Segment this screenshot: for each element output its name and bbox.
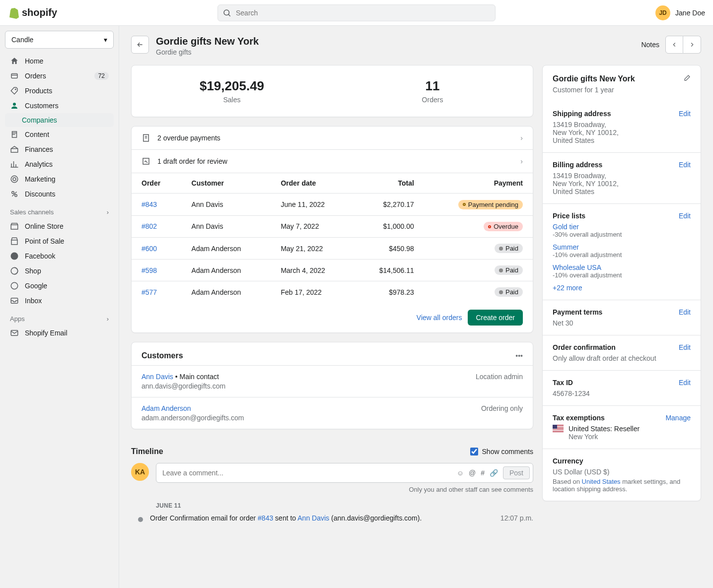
order-confirmation-value: Only allow draft order at checkout [553,354,691,362]
shopify-logo[interactable]: shopify [8,7,57,19]
customer-row: Ann Davis • Main contact ann.davis@gordi… [132,365,533,397]
us-flag-icon [553,425,564,432]
currency-market-link[interactable]: United States [582,478,621,485]
alert-draft[interactable]: 1 draft order for review › [132,150,533,173]
pricelists-more-link[interactable]: +22 more [553,284,582,292]
pricelist-link[interactable]: Summer [553,243,579,251]
more-icon[interactable]: ••• [515,352,523,360]
order-total: $978.23 [354,281,424,303]
nav-content[interactable]: Content [5,127,114,142]
edit-payment-terms-link[interactable]: Edit [679,308,691,316]
currency-value: US Dollar (USD $) [553,468,691,476]
pricelist-item: Summer-10% overall adjustment [553,243,691,259]
payment-status-badge: Paid [495,265,523,275]
timeline-order-link[interactable]: #843 [258,514,273,522]
table-row: #577 Adam Anderson Feb 17, 2022 $978.23 … [132,281,533,303]
nav-discounts[interactable]: Discounts [5,187,114,201]
svg-point-3 [15,89,16,90]
stat-value: $19,205.49 [132,78,332,94]
nav-pos[interactable]: Point of Sale [5,234,114,249]
search-input[interactable] [217,4,496,21]
nav-label: Shopify Email [25,329,68,337]
order-date: May 7, 2022 [271,215,354,238]
chevron-right-icon[interactable]: › [107,208,109,216]
back-button[interactable] [131,36,149,54]
order-link[interactable]: #598 [142,266,157,274]
exemption-sub: New York [569,433,640,441]
view-all-orders-link[interactable]: View all orders [417,314,462,322]
table-row: #600 Adam Anderson May 21, 2022 $450.98 … [132,238,533,260]
nav-label: Home [25,57,43,65]
nav-shop[interactable]: Shop [5,263,114,278]
exemption-value: United States: Reseller [569,425,640,433]
nav-label: Orders [25,72,46,80]
order-customer: Adam Anderson [182,281,271,303]
pricelists-heading: Price lists [553,212,585,220]
svg-line-1 [228,14,230,16]
payment-terms-heading: Payment terms [553,308,602,316]
timeline-customer-link[interactable]: Ann Davis [297,514,329,522]
post-button[interactable]: Post [503,466,530,479]
nav-products[interactable]: Products [5,83,114,98]
pricelist-item: Wholesale USA-10% overall adjustment [553,263,691,279]
orders-badge: 72 [94,72,109,80]
show-comments-checkbox[interactable] [470,448,478,456]
nav-marketing[interactable]: Marketing [5,172,114,187]
order-link[interactable]: #843 [142,200,157,208]
nav-google[interactable]: Google [5,278,114,293]
edit-tax-id-link[interactable]: Edit [679,379,691,387]
nav-inbox[interactable]: Inbox [5,293,114,308]
manage-exemptions-link[interactable]: Manage [665,414,691,422]
hashtag-icon[interactable]: # [481,469,485,477]
notes-link[interactable]: Notes [641,41,659,49]
show-comments-toggle[interactable]: Show comments [470,448,533,456]
table-row: #843 Ann Davis June 11, 2022 $2,270.17 P… [132,194,533,216]
nav-companies[interactable]: Companies [5,113,114,127]
nav-online-store[interactable]: Online Store [5,219,114,234]
customer-link[interactable]: Ann Davis [142,373,173,381]
svg-point-0 [224,10,229,15]
orders-table: Order Customer Order date Total Payment … [132,173,533,303]
pricelist-link[interactable]: Gold tier [553,223,579,231]
chevron-right-icon[interactable]: › [107,315,109,323]
svg-point-12 [11,282,18,289]
customer-link[interactable]: Adam Anderson [142,404,191,412]
prev-button[interactable] [665,36,683,54]
user-menu[interactable]: JD Jane Doe [655,5,705,20]
order-link[interactable]: #577 [142,288,157,296]
attachment-icon[interactable]: 🔗 [490,469,498,477]
emoji-icon[interactable]: ☺ [457,469,464,477]
svg-rect-2 [11,74,17,78]
create-order-button[interactable]: Create order [468,310,523,326]
th-order: Order [132,173,182,194]
edit-icon[interactable] [683,74,691,84]
nav-customers[interactable]: Customers [5,98,114,113]
edit-confirmation-link[interactable]: Edit [679,343,691,351]
edit-pricelists-link[interactable]: Edit [679,212,691,220]
nav-shopify-email[interactable]: Shopify Email [5,326,114,340]
pricelist-adjustment: -10% overall adjustment [553,251,691,259]
svg-point-4 [13,103,16,106]
next-button[interactable] [683,36,701,54]
pricelist-link[interactable]: Wholesale USA [553,263,601,271]
svg-point-8 [15,195,17,197]
order-total: $1,000.00 [354,215,424,238]
th-total: Total [354,173,424,194]
nav-orders[interactable]: Orders72 [5,68,114,83]
edit-shipping-link[interactable]: Edit [679,110,691,118]
mention-icon[interactable]: @ [469,469,476,477]
edit-billing-link[interactable]: Edit [679,161,691,169]
alert-text: 1 draft order for review [157,157,227,165]
stat-sales: $19,205.49 Sales [132,78,332,104]
nav-facebook[interactable]: Facebook [5,249,114,263]
comment-input[interactable] [162,465,457,480]
order-link[interactable]: #802 [142,222,157,230]
nav-analytics[interactable]: Analytics [5,157,114,172]
nav-label: Content [25,131,49,138]
nav-finances[interactable]: Finances [5,142,114,157]
nav-home[interactable]: Home [5,54,114,68]
order-link[interactable]: #600 [142,245,157,253]
store-selector[interactable]: Candle ▾ [5,31,114,49]
alert-overdue[interactable]: 2 overdue payments › [132,127,533,150]
chevron-right-icon: › [520,157,523,165]
